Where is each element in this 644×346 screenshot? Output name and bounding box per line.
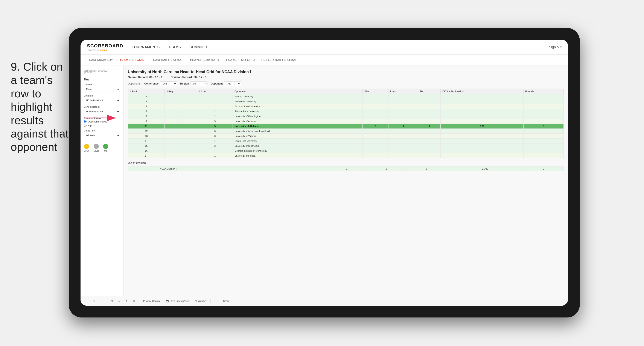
conference-filter-label: Conference bbox=[144, 82, 158, 85]
main-panel: University of North Carolina Head-to-Hea… bbox=[124, 65, 568, 306]
table-row[interactable]: 13 - 3 University of Virginia bbox=[128, 134, 564, 139]
col-diff: Diff Av Strokes/Rnd bbox=[441, 89, 524, 94]
col-reg: # Reg bbox=[165, 89, 197, 94]
conference-filter-group: Conference (All) bbox=[144, 81, 177, 86]
col-tie: Tie bbox=[418, 89, 441, 94]
region-filter-label: Region bbox=[180, 82, 189, 85]
table-row-alabama[interactable]: 11 - 5 University of Alabama 3 0 0 2.61 … bbox=[128, 124, 564, 129]
colour-by-label: Colour by bbox=[84, 129, 120, 132]
radio-top100[interactable]: Top 100 bbox=[84, 124, 120, 127]
legend-dot-level bbox=[94, 144, 99, 149]
toolbar-icon3[interactable]: ⊕ bbox=[124, 299, 129, 303]
nav-divider: | bbox=[545, 45, 546, 49]
division-record-label: Division Record: 88 - 17 - 0 bbox=[171, 75, 206, 79]
conference-filter-select[interactable]: (All) bbox=[160, 81, 177, 86]
legend-down: Down bbox=[84, 144, 89, 152]
out-of-division-row[interactable]: NCAA Division II 1 0 0 26.00 3 bbox=[128, 166, 564, 171]
out-of-division-table: NCAA Division II 1 0 0 26.00 3 bbox=[128, 166, 564, 171]
col-opponent: Opponent bbox=[233, 89, 363, 94]
h2h-table: # Rank # Reg # Conf Opponent Win Loss Ti… bbox=[128, 89, 564, 158]
table-row[interactable]: 2 - 1 Auburn University bbox=[128, 94, 564, 99]
nav-right: | Sign out bbox=[545, 45, 562, 49]
nav-teams[interactable]: TEAMS bbox=[168, 44, 181, 50]
table-row[interactable]: 15 - 2 University of Oklahoma bbox=[128, 143, 564, 148]
opponent-filter-label: Opponent bbox=[211, 82, 223, 85]
table-row[interactable]: 8 - 2 University of Washington bbox=[128, 114, 564, 119]
grid-title: University of North Carolina Head-to-Hea… bbox=[128, 70, 564, 74]
view-btn[interactable]: ⊞ View: Original bbox=[142, 299, 162, 303]
table-row[interactable]: 14 - 1 Texas Tech University bbox=[128, 139, 564, 143]
table-row[interactable]: 12 - 6 University of Arkansas, Fayettevi… bbox=[128, 129, 564, 134]
tab-team-summary[interactable]: TEAM SUMMARY bbox=[87, 57, 113, 63]
opponent-view-group: Opponents Played Top 100 bbox=[84, 120, 120, 127]
table-row[interactable]: 9 - 3 University of Arizona bbox=[128, 119, 564, 124]
main-content: Last Updated: 27/03/2024 16:55:38 Team G… bbox=[80, 65, 568, 306]
tab-team-h2h-grid[interactable]: TEAM H2H GRID bbox=[120, 57, 144, 63]
save-custom-btn[interactable]: 💾 Save Custom View bbox=[164, 299, 191, 303]
watch-btn[interactable]: 👁 Watch ▾ bbox=[193, 299, 208, 303]
tablet-shell: SCOREBOARD Powered by clippd TOURNAMENTS… bbox=[69, 28, 580, 318]
radio-opponents-played[interactable]: Opponents Played bbox=[84, 120, 120, 123]
table-row[interactable]: 17 - 1 University of Florida bbox=[128, 153, 564, 158]
table-row[interactable]: 4 - 1 Arizona State University bbox=[128, 104, 564, 109]
sidebar: Last Updated: 27/03/2024 16:55:38 Team G… bbox=[80, 65, 124, 306]
overall-record-label: Overall Record: 89 - 17 - 0 bbox=[128, 75, 162, 79]
tab-player-h2h-heatmap[interactable]: PLAYER H2H HEATMAP bbox=[261, 57, 298, 63]
toolbar: ↩ ↪ ← ⊞ ⌂ ⊕ ⏱ ⊞ View: Original 💾 Save Cu… bbox=[124, 296, 568, 306]
instruction-body: Click on a team's row to highlight resul… bbox=[11, 60, 68, 153]
out-of-division-label: Out of division bbox=[128, 162, 564, 165]
division-label: Division bbox=[84, 94, 120, 97]
col-rounds: Rounds bbox=[523, 89, 564, 94]
step-number: 9. bbox=[11, 60, 20, 73]
col-rank: # Rank bbox=[128, 89, 165, 94]
share-btn[interactable]: Share bbox=[222, 299, 231, 303]
legend-dot-up bbox=[103, 144, 108, 149]
legend-up: Up bbox=[103, 144, 108, 152]
legend-dot-down bbox=[84, 144, 89, 149]
toolbar-clock[interactable]: ⏱ bbox=[131, 299, 137, 303]
table-row[interactable]: 16 - 4 Georgia Institute of Technology bbox=[128, 148, 564, 153]
nav-links: TOURNAMENTS TEAMS COMMITTEE bbox=[132, 44, 545, 50]
opponent-view-label: Opponent View bbox=[84, 117, 120, 119]
sub-nav: TEAM SUMMARY TEAM H2H GRID TEAM H2H HEAT… bbox=[80, 55, 568, 65]
sign-out-link[interactable]: Sign out bbox=[549, 45, 562, 49]
top-nav: SCOREBOARD Powered by clippd TOURNAMENTS… bbox=[80, 40, 568, 55]
table-row[interactable]: 3 - 2 Vanderbilt University bbox=[128, 99, 564, 104]
division-select[interactable]: NCAA Division I bbox=[84, 98, 120, 103]
sidebar-team-title: Team bbox=[84, 78, 120, 81]
tab-player-h2h-grid[interactable]: PLAYER H2H GRID bbox=[226, 57, 255, 63]
region-filter-group: Region (All) bbox=[180, 81, 208, 86]
logo-scoreboard: SCOREBOARD bbox=[87, 43, 123, 49]
grid-header: University of North Carolina Head-to-Hea… bbox=[128, 70, 564, 79]
instruction-text: 9. Click on a team's row to highlight re… bbox=[11, 60, 71, 154]
logo-area: SCOREBOARD Powered by clippd bbox=[87, 43, 123, 51]
col-win: Win bbox=[363, 89, 388, 94]
school-label: School (Rank) bbox=[84, 105, 120, 108]
region-filter-select[interactable]: (All) bbox=[190, 81, 208, 86]
toolbar-divider3 bbox=[210, 299, 211, 303]
colour-by-select[interactable]: Win/loss bbox=[84, 133, 120, 138]
legend-row: Down Level Up bbox=[84, 144, 120, 152]
gender-label: Gender bbox=[84, 83, 120, 86]
opponents-label: Opponents: bbox=[128, 82, 141, 85]
tab-player-summary[interactable]: PLAYER SUMMARY bbox=[190, 57, 220, 63]
logo-powered: Powered by clippd bbox=[87, 49, 123, 51]
opponent-filter-group: Opponent (All) bbox=[211, 81, 241, 86]
col-conf: # Conf bbox=[197, 89, 232, 94]
col-loss: Loss bbox=[388, 89, 418, 94]
table-row[interactable]: 6 - 2 Florida State University bbox=[128, 109, 564, 114]
tab-team-h2h-heatmap[interactable]: TEAM H2H HEATMAP bbox=[151, 57, 184, 63]
grid-records: Overall Record: 89 - 17 - 0 Division Rec… bbox=[128, 75, 564, 79]
legend-level: Level bbox=[94, 144, 99, 152]
filter-row: Opponents: Conference (All) Region (All) bbox=[128, 81, 564, 86]
school-select[interactable]: University of Nort... bbox=[84, 109, 120, 114]
table-body: 2 - 1 Auburn University 3 - 2 Vanderbilt… bbox=[128, 94, 564, 158]
table-header: # Rank # Reg # Conf Opponent Win Loss Ti… bbox=[128, 89, 564, 94]
opponent-filter-select[interactable]: (All) bbox=[224, 81, 241, 86]
comment-btn[interactable]: 💬 bbox=[213, 299, 219, 303]
nav-committee[interactable]: COMMITTEE bbox=[190, 44, 211, 50]
last-updated: Last Updated: 27/03/2024 16:55:38 bbox=[84, 70, 120, 74]
gender-select[interactable]: Men's bbox=[84, 87, 120, 92]
nav-tournaments[interactable]: TOURNAMENTS bbox=[132, 44, 160, 50]
logo-brand: clippd bbox=[100, 49, 107, 51]
